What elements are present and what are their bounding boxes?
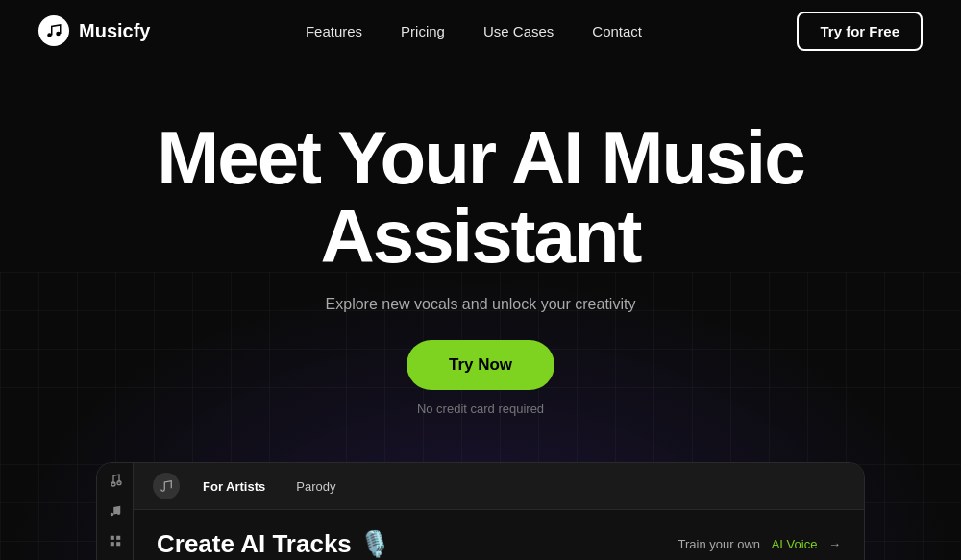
microphone-emoji: 🎙️ — [359, 529, 390, 559]
arrow-icon: → — [828, 537, 841, 551]
train-voice-label: Train your own — [678, 537, 761, 551]
sidebar-note-icon[interactable] — [104, 503, 127, 518]
try-now-button[interactable]: Try Now — [407, 340, 554, 390]
svg-point-1 — [56, 32, 61, 37]
try-free-button[interactable]: Try for Free — [797, 12, 923, 51]
sidebar-grid-icon[interactable] — [104, 533, 127, 548]
train-voice-link[interactable]: Train your own AI Voice → — [678, 537, 841, 551]
app-sidebar — [97, 463, 134, 560]
app-content-title: Create AI Tracks 🎙️ — [157, 529, 390, 559]
nav-pricing[interactable]: Pricing — [401, 23, 445, 39]
svg-rect-6 — [110, 542, 113, 546]
hero-title: Meet Your AI Music Assistant — [157, 119, 803, 277]
navbar: Musicfy Features Pricing Use Cases Conta… — [0, 0, 961, 61]
app-content-area: Create AI Tracks 🎙️ Train your own AI Vo… — [134, 510, 864, 560]
nav-use-cases[interactable]: Use Cases — [483, 23, 554, 39]
nav-links: Features Pricing Use Cases Contact — [306, 23, 642, 39]
no-credit-text: No credit card required — [417, 402, 544, 416]
sidebar-music-icon[interactable] — [104, 473, 127, 488]
svg-rect-5 — [116, 536, 120, 540]
app-preview: For Artists Parody Create AI Tracks 🎙️ T… — [96, 462, 865, 560]
tab-for-artists[interactable]: For Artists — [195, 475, 273, 498]
app-tabbar: For Artists Parody — [134, 463, 864, 510]
tab-parody[interactable]: Parody — [288, 475, 343, 498]
train-voice-highlight: AI Voice — [772, 537, 818, 551]
hero-section: Meet Your AI Music Assistant Explore new… — [0, 61, 961, 416]
logo-area: Musicfy — [38, 15, 150, 46]
svg-rect-4 — [110, 536, 113, 540]
hero-subtitle: Explore new vocals and unlock your creat… — [326, 296, 636, 313]
nav-contact[interactable]: Contact — [592, 23, 642, 39]
logo-text: Musicfy — [79, 20, 150, 42]
svg-point-0 — [47, 33, 52, 37]
svg-rect-7 — [116, 542, 120, 546]
nav-features[interactable]: Features — [306, 23, 362, 39]
app-logo-icon — [153, 473, 180, 499]
logo-icon — [38, 15, 69, 46]
